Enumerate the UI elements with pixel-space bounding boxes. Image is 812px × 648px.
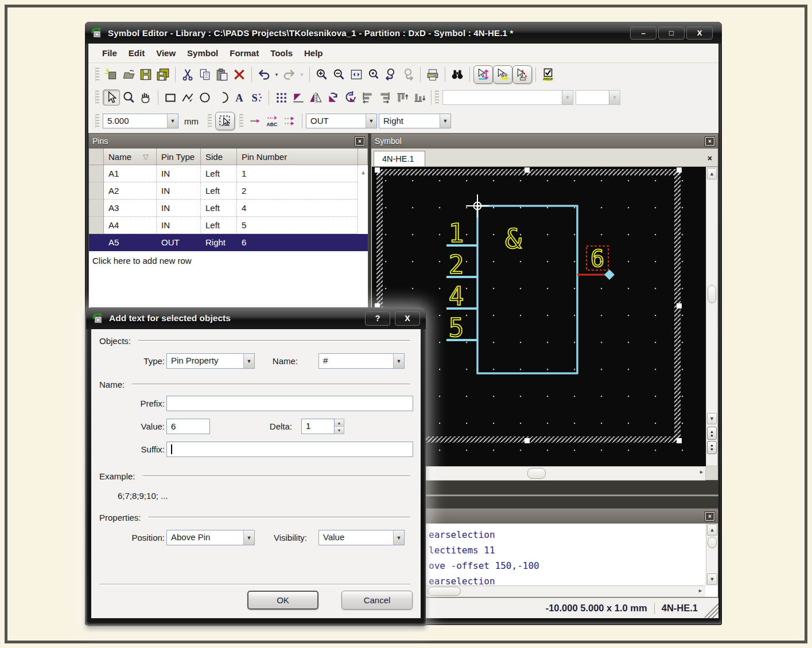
sheet-up-icon[interactable]: ▲▲ bbox=[707, 427, 717, 440]
menu-symbol[interactable]: Symbol bbox=[181, 48, 224, 58]
mirror-horizontal-button[interactable] bbox=[307, 89, 324, 106]
scroll-right-icon[interactable]: ► bbox=[699, 469, 704, 475]
align-left-button[interactable] bbox=[359, 89, 376, 106]
scroll-up-icon[interactable]: ▲ bbox=[707, 168, 717, 179]
circle-tool-button[interactable] bbox=[196, 89, 213, 106]
rectangle-tool-button[interactable] bbox=[162, 89, 179, 106]
delete-button[interactable] bbox=[231, 67, 248, 83]
menu-help[interactable]: Help bbox=[298, 48, 329, 58]
maximize-button[interactable]: □ bbox=[658, 26, 685, 40]
polyline-tool-button[interactable] bbox=[179, 89, 196, 106]
pin-row-a1[interactable]: A1 IN Left 1 bbox=[89, 165, 368, 182]
pin-row-a2[interactable]: A2 IN Left 2 bbox=[89, 182, 368, 200]
undo-dropdown[interactable]: ▼ bbox=[273, 67, 281, 83]
delta-spinner[interactable]: 1 ▲ ▼ bbox=[301, 419, 344, 434]
sheet-down-icon[interactable]: ▼▼ bbox=[707, 441, 717, 454]
new-symbol-button[interactable] bbox=[103, 67, 120, 83]
pin-row-a3[interactable]: A3 IN Left 4 bbox=[89, 200, 368, 217]
column-pin-type[interactable]: Pin Type bbox=[157, 149, 201, 165]
name-combo[interactable]: # ▼ bbox=[318, 353, 405, 369]
column-pin-number[interactable]: Pin Number bbox=[237, 149, 358, 165]
paste-button[interactable] bbox=[213, 67, 231, 83]
menu-tools[interactable]: Tools bbox=[265, 48, 298, 58]
selection-filter-button[interactable] bbox=[215, 112, 235, 130]
scroll-down-icon[interactable]: ▼ bbox=[707, 413, 717, 424]
zoom-full-button[interactable] bbox=[348, 67, 365, 83]
output-close-icon[interactable]: × bbox=[705, 512, 714, 521]
text-tool-button[interactable]: A bbox=[231, 89, 248, 106]
rotate-cw-button[interactable] bbox=[341, 89, 359, 106]
dialog-help-button[interactable]: ? bbox=[365, 311, 390, 326]
properties-button[interactable]: PROP bbox=[539, 67, 557, 83]
undo-button[interactable] bbox=[255, 67, 273, 83]
align-right-button[interactable] bbox=[376, 89, 393, 106]
pins-close-icon[interactable]: × bbox=[355, 137, 364, 146]
visibility-combo[interactable]: Value ▼ bbox=[318, 530, 405, 545]
zoom-out-button[interactable] bbox=[331, 67, 348, 83]
scroll-right-icon[interactable]: ► bbox=[698, 588, 703, 594]
suffix-input[interactable] bbox=[166, 442, 413, 457]
pin-row-a5-selected[interactable]: A5 OUT Right 6 bbox=[89, 234, 368, 251]
zoom-in-button[interactable] bbox=[313, 67, 331, 83]
prefix-input[interactable] bbox=[166, 396, 413, 411]
align-bottom-button[interactable] bbox=[410, 89, 428, 106]
type-combo[interactable]: Pin Property ▼ bbox=[166, 353, 255, 369]
copy-button[interactable] bbox=[196, 67, 213, 83]
cut-button[interactable] bbox=[179, 67, 196, 83]
print-button[interactable] bbox=[424, 67, 441, 83]
pin-type-combo[interactable]: OUT ▼ bbox=[306, 114, 377, 128]
property-text-tool-button[interactable]: S bbox=[248, 89, 265, 106]
toggle-pin-flip-button[interactable] bbox=[493, 65, 512, 84]
hscroll-thumb[interactable] bbox=[527, 468, 546, 479]
rotate-ccw-button[interactable] bbox=[324, 89, 341, 106]
pin-name-button[interactable]: ABC bbox=[264, 113, 281, 129]
column-name[interactable]: Name▽ bbox=[104, 149, 157, 165]
pin-tool-button[interactable] bbox=[247, 113, 264, 129]
hscroll-thumb[interactable] bbox=[428, 587, 461, 596]
save-all-button[interactable] bbox=[154, 67, 172, 83]
find-button[interactable] bbox=[449, 67, 466, 83]
position-combo[interactable]: Above Pin ▼ bbox=[166, 530, 255, 545]
pin-number-2[interactable]: 2 bbox=[449, 250, 464, 279]
minimize-button[interactable]: – bbox=[630, 26, 656, 40]
pan-tool-button[interactable] bbox=[137, 89, 154, 106]
resize-grip[interactable] bbox=[705, 598, 718, 618]
vscroll-thumb[interactable] bbox=[708, 537, 717, 548]
table-scroll-up-icon[interactable]: ▲ bbox=[360, 169, 366, 175]
align-top-button[interactable] bbox=[393, 89, 410, 106]
pin-number-5[interactable]: 5 bbox=[449, 313, 464, 342]
tab-symbol-4n-he1[interactable]: 4N-HE.1 bbox=[374, 151, 425, 166]
delta-input[interactable]: 1 bbox=[301, 419, 335, 434]
zoom-previous-button[interactable] bbox=[382, 67, 399, 83]
zoom-next-button[interactable] bbox=[399, 67, 417, 83]
pin-number-6[interactable]: 6 bbox=[590, 245, 604, 272]
arc-tool-button[interactable] bbox=[213, 89, 231, 106]
grid-spacing-combo[interactable]: 5.000 ▼ bbox=[103, 114, 178, 128]
select-tool-button[interactable] bbox=[103, 89, 120, 106]
toggle-pin-erase-button[interactable] bbox=[512, 65, 532, 84]
menu-format[interactable]: Format bbox=[224, 48, 265, 58]
grid-button[interactable] bbox=[273, 89, 290, 106]
menu-edit[interactable]: Edit bbox=[123, 48, 150, 58]
gate-and-label[interactable]: & bbox=[505, 222, 522, 255]
open-button[interactable] bbox=[120, 67, 137, 83]
cancel-button[interactable]: Cancel bbox=[341, 591, 413, 610]
output-vscrollbar[interactable]: ▲ ▼ bbox=[706, 524, 718, 585]
pin-number-1[interactable]: 1 bbox=[449, 218, 464, 248]
spinner-down-icon[interactable]: ▼ bbox=[335, 427, 344, 434]
column-side[interactable]: Side bbox=[201, 149, 237, 165]
dialog-close-button[interactable]: X bbox=[395, 311, 420, 326]
menu-file[interactable]: File bbox=[96, 48, 123, 58]
zoom-tool-button[interactable] bbox=[120, 89, 137, 106]
symbol-close-icon[interactable]: × bbox=[705, 137, 714, 146]
redo-button[interactable] bbox=[281, 67, 298, 83]
mirror-vertical-button[interactable] bbox=[290, 89, 307, 106]
scroll-down-icon[interactable]: ▼ bbox=[707, 573, 717, 585]
redo-dropdown[interactable]: ▼ bbox=[298, 67, 306, 83]
value-input[interactable]: 6 bbox=[166, 419, 210, 434]
pin-side-combo[interactable]: Right ▼ bbox=[379, 114, 451, 128]
spinner-up-icon[interactable]: ▲ bbox=[335, 419, 344, 427]
tab-close-icon[interactable]: × bbox=[708, 154, 712, 163]
canvas-vscrollbar[interactable]: ▲ ▼ ▲▲ ▼▼ bbox=[706, 167, 718, 466]
toggle-pin-length-button[interactable] bbox=[473, 65, 493, 84]
